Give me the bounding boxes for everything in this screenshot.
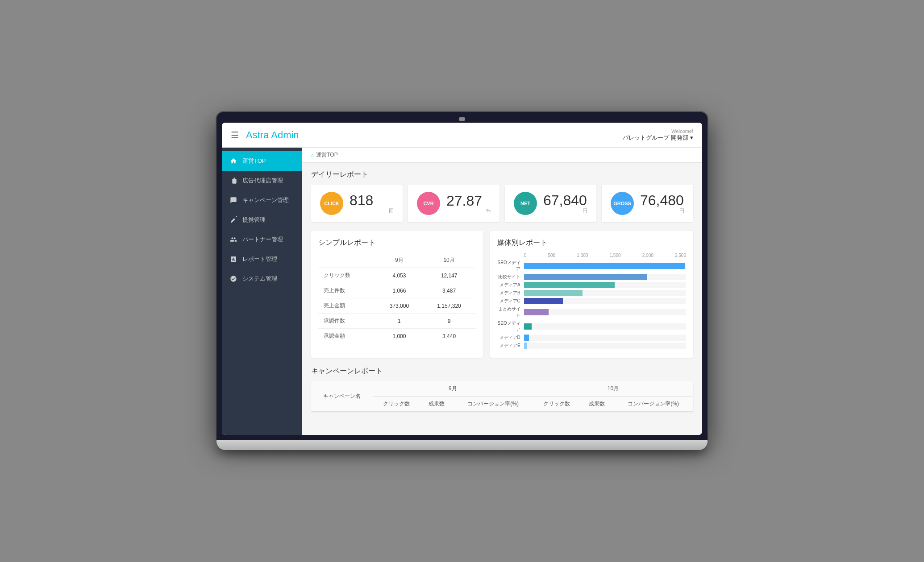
sidebar-label-partner: パートナー管理 — [242, 236, 283, 244]
chart-bar — [524, 343, 527, 349]
campaign-table-header-row1: キャンペーン名 9月 10月 — [311, 381, 693, 397]
chart-bar-row: メディアD — [497, 335, 686, 341]
chart-bar-label: メディアA — [497, 282, 524, 288]
metric-card-net: NET 67,840 円 — [505, 185, 596, 222]
chart-bar-area — [524, 263, 686, 269]
sidebar-item-campaign[interactable]: キャンペーン管理 — [222, 190, 302, 210]
sidebar-label-report: レポート管理 — [242, 255, 277, 263]
breadcrumb-home-icon: ⌂ — [311, 152, 314, 158]
user-info: Welcome! パレットグループ 開発部 ▾ — [623, 128, 693, 142]
simple-report-card: シンプルレポート 9月 10月 — [311, 231, 483, 358]
table-row: クリック数 4,053 12,147 — [318, 268, 476, 283]
sidebar-label-ops-top: 運営TOP — [242, 157, 266, 165]
simple-report-table: 9月 10月 クリック数 4,053 12,147 売上件数 1,066 3,4… — [318, 253, 476, 343]
sidebar-item-ad-agency[interactable]: 広告代理店管理 — [222, 171, 302, 190]
chart-bar-label: まとめサイト — [497, 306, 524, 318]
chart-bar-row: メディアA — [497, 282, 686, 288]
chart-bar-area — [524, 335, 686, 341]
sidebar-item-ops-top[interactable]: 運営TOP — [222, 151, 302, 171]
chart-bar-row: SEOメディア — [497, 260, 686, 272]
chart-bar-label: メディアB — [497, 290, 524, 296]
row-label: 売上件数 — [318, 283, 376, 298]
daily-report-title: デイリーレポート — [311, 170, 693, 179]
row-oct: 1,157,320 — [422, 298, 475, 314]
chart-bar-label: SEOメディア — [497, 260, 524, 272]
chart-bar — [524, 298, 563, 304]
net-unit: 円 — [543, 207, 587, 214]
campaign-report-section: キャンペーンレポート キャンペーン名 9月 10月 — [311, 367, 693, 412]
sidebar-item-report[interactable]: レポート管理 — [222, 249, 302, 269]
breadcrumb-text: 運営TOP — [316, 151, 337, 159]
table-col-empty — [318, 253, 376, 268]
th-click1: クリック数 — [373, 397, 420, 412]
th-click2: クリック数 — [533, 397, 580, 412]
home-icon — [229, 157, 238, 165]
row-label: 売上金額 — [318, 298, 376, 314]
chart-bar-area — [524, 343, 686, 349]
th-oct-group: 10月 — [533, 381, 693, 397]
chart-bar-row: メディアE — [497, 343, 686, 349]
cvr-badge: CVR — [417, 192, 440, 215]
campaign-icon — [229, 196, 238, 205]
agency-icon — [229, 176, 238, 185]
sidebar-label-campaign: キャンペーン管理 — [242, 196, 289, 204]
cvr-value: 27.87 — [446, 194, 491, 208]
bar-chart-rows: SEOメディア 比較サイト メディアA メディアB メディアC まとめサイト S… — [497, 260, 686, 349]
campaign-table: キャンペーン名 9月 10月 クリック数 成果数 コンバージョン率(%) — [311, 381, 693, 412]
partnership-icon — [229, 215, 238, 224]
app-header: ☰ Astra Admin Welcome! パレットグループ 開発部 ▾ — [222, 123, 702, 148]
th-results1: 成果数 — [420, 397, 453, 412]
chart-bar-label: メディアC — [497, 298, 524, 304]
sidebar-label-system: システム管理 — [242, 275, 277, 283]
chart-bar-area — [524, 274, 686, 280]
sidebar-item-partnership[interactable]: 提携管理 — [222, 210, 302, 230]
media-report-title: 媒体別レポート — [497, 238, 686, 248]
bar-chart: 0 500 1,000 1,500 2,000 2,500 SEOメディア — [497, 253, 686, 349]
chart-bar — [524, 290, 583, 296]
app-title: Astra Admin — [246, 129, 623, 141]
row-label: クリック数 — [318, 268, 376, 283]
chart-bar-row: メディアC — [497, 298, 686, 304]
click-value: 818 — [350, 193, 394, 207]
row-oct: 3,487 — [422, 283, 475, 298]
daily-report-cards: CLICK 818 回 CVR — [311, 185, 693, 222]
chart-bar — [524, 309, 549, 315]
table-row: 承認件数 1 9 — [318, 314, 476, 329]
table-col-oct: 10月 — [422, 253, 475, 268]
chart-bar-area — [524, 290, 686, 296]
th-results2: 成果数 — [580, 397, 613, 412]
menu-icon[interactable]: ☰ — [231, 130, 239, 140]
click-value-block: 818 回 — [350, 193, 394, 214]
net-value: 67,840 — [543, 193, 587, 207]
row-label: 承認金額 — [318, 329, 376, 344]
gross-badge: GROSS — [611, 192, 634, 215]
chart-bar-area — [524, 323, 686, 330]
chart-bar — [524, 263, 685, 269]
table-row: 売上金額 373,000 1,157,320 — [318, 298, 476, 314]
user-name: パレットグループ 開発部 ▾ — [623, 134, 693, 142]
cvr-value-block: 27.87 % — [446, 194, 491, 213]
chart-bar-row: まとめサイト — [497, 306, 686, 318]
click-unit: 回 — [350, 207, 394, 214]
sidebar-item-partner[interactable]: パートナー管理 — [222, 230, 302, 249]
chart-bar — [524, 323, 532, 330]
sidebar-item-system[interactable]: システム管理 — [222, 269, 302, 289]
row-sep: 1 — [376, 314, 423, 329]
chart-bar-label: SEOメディア — [497, 320, 524, 333]
th-cvr2: コンバージョン率(%) — [613, 397, 693, 412]
sidebar: 運営TOP 広告代理店管理 キャンペーン管理 — [222, 148, 302, 435]
welcome-text: Welcome! — [623, 128, 693, 134]
row-label: 承認件数 — [318, 314, 376, 329]
chart-bar-label: メディアD — [497, 335, 524, 341]
metric-card-click: CLICK 818 回 — [311, 185, 403, 222]
chart-bar — [524, 282, 615, 288]
chart-bar-row: SEOメディア — [497, 320, 686, 333]
chart-axis: 0 500 1,000 1,500 2,000 2,500 — [497, 253, 686, 258]
media-report-card: 媒体別レポート 0 500 1,000 1,500 2,000 — [490, 231, 693, 358]
row-sep: 1,000 — [376, 329, 423, 344]
gross-value-block: 76,480 円 — [640, 193, 684, 214]
click-badge: CLICK — [320, 192, 343, 215]
dropdown-icon[interactable]: ▾ — [690, 134, 693, 141]
system-icon — [229, 274, 238, 283]
chart-bar — [524, 335, 529, 341]
